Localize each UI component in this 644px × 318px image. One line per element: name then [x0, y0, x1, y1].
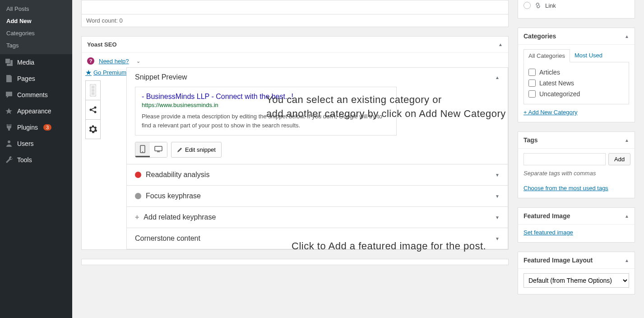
tags-panel-head[interactable]: Tags▲	[518, 132, 635, 149]
format-link-row[interactable]: Link	[524, 2, 629, 12]
media-icon	[5, 58, 14, 67]
tools-icon	[5, 155, 14, 164]
expand-icon: ▼	[495, 194, 500, 199]
desktop-view-button[interactable]	[150, 142, 167, 157]
svg-point-7	[94, 111, 97, 113]
comments-icon	[5, 90, 14, 99]
menu-pages[interactable]: Pages	[0, 70, 72, 87]
menu-media[interactable]: Media	[0, 54, 72, 70]
radio-icon[interactable]	[524, 2, 531, 9]
tab-all-categories[interactable]: All Categories	[524, 49, 570, 62]
plugins-icon	[5, 123, 14, 132]
featured-layout-panel-head[interactable]: Featured Image Layout▲	[518, 252, 635, 269]
svg-point-6	[94, 107, 97, 109]
layout-select[interactable]: Default (from Theme Options)	[524, 273, 629, 288]
category-list: Articles Latest News Uncategorized	[524, 62, 629, 104]
collapse-icon: ▲	[625, 214, 629, 219]
yoast-tab-settings[interactable]	[85, 119, 101, 139]
snippet-preview-head[interactable]: Snippet Preview ▲	[127, 68, 508, 81]
featured-image-panel: Featured Image▲ Set featured image	[518, 207, 635, 243]
word-count: Word count: 0	[81, 14, 509, 27]
collapse-icon: ▲	[498, 42, 503, 47]
tags-input[interactable]	[524, 153, 606, 165]
collapse-icon: ▲	[625, 138, 629, 143]
tags-panel: Tags▲ Add Separate tags with commas Choo…	[518, 131, 635, 198]
focus-keyphrase-section[interactable]: Focus keyphrase ▼	[127, 186, 508, 206]
mobile-view-button[interactable]	[135, 142, 150, 157]
snippet-description: Please provide a meta description by edi…	[142, 112, 390, 130]
status-dot-gray	[135, 193, 141, 199]
menu-comments[interactable]: Comments	[0, 87, 72, 103]
yoast-tab-social[interactable]	[85, 100, 101, 120]
editor-area[interactable]	[81, 0, 509, 14]
featured-layout-panel: Featured Image Layout▲ Default (from The…	[518, 252, 635, 295]
categories-panel-head[interactable]: Categories▲	[518, 28, 635, 45]
star-icon: ★	[85, 68, 92, 77]
yoast-panel: Yoast SEO ▲ ? Need help? ⌄ ★Go Premium	[81, 36, 509, 250]
add-new-category-link[interactable]: + Add New Category	[524, 109, 578, 116]
most-used-tags-link[interactable]: Choose from the most used tags	[524, 185, 608, 192]
posts-submenu: All Posts Add New Categories Tags	[0, 0, 72, 54]
svg-point-3	[92, 89, 94, 92]
edit-snippet-button[interactable]: Edit snippet	[171, 142, 222, 158]
collapse-icon: ▲	[495, 75, 500, 80]
svg-point-4	[92, 92, 94, 95]
category-checkbox-latest-news[interactable]: Latest News	[528, 78, 624, 89]
category-checkbox-articles[interactable]: Articles	[528, 67, 624, 78]
appearance-icon	[5, 107, 14, 116]
menu-users[interactable]: Users	[0, 136, 72, 152]
tab-most-used[interactable]: Most Used	[570, 49, 607, 62]
svg-point-5	[90, 109, 92, 111]
submenu-tags[interactable]: Tags	[0, 39, 72, 51]
add-tag-button[interactable]: Add	[608, 153, 630, 165]
svg-point-2	[92, 86, 94, 89]
yoast-tab-traffic-light[interactable]	[85, 80, 101, 100]
svg-point-9	[142, 151, 143, 152]
readability-section[interactable]: Readability analysis ▼	[127, 164, 508, 185]
svg-rect-10	[155, 146, 162, 151]
chevron-down-icon: ⌄	[136, 58, 140, 64]
plugins-badge: 3	[43, 124, 51, 131]
featured-image-panel-head[interactable]: Featured Image▲	[518, 208, 635, 224]
collapse-icon: ▲	[625, 258, 629, 263]
submenu-categories[interactable]: Categories	[0, 27, 72, 39]
categories-panel: Categories▲ All Categories Most Used Art…	[518, 28, 635, 122]
next-panel	[81, 259, 509, 265]
users-icon	[5, 139, 14, 148]
expand-icon: ▼	[495, 215, 500, 220]
snippet-title: - BusinessMinds LLP - Connect with the b…	[142, 93, 390, 101]
submenu-add-new[interactable]: Add New	[0, 15, 72, 27]
status-dot-red	[135, 172, 141, 178]
yoast-panel-head[interactable]: Yoast SEO ▲	[82, 37, 508, 53]
plus-icon: +	[135, 213, 139, 221]
tags-hint: Separate tags with commas	[524, 170, 629, 177]
go-premium-link[interactable]: ★Go Premium	[82, 67, 126, 80]
menu-plugins[interactable]: Plugins3	[0, 119, 72, 136]
menu-appearance[interactable]: Appearance	[0, 103, 72, 119]
admin-sidebar: All Posts Add New Categories Tags Media …	[0, 0, 72, 318]
category-checkbox-uncategorized[interactable]: Uncategorized	[528, 89, 624, 99]
expand-icon: ▼	[495, 236, 500, 241]
need-help-link[interactable]: Need help?	[99, 58, 129, 65]
snippet-url: https://www.businessminds.in	[142, 102, 390, 108]
submenu-all-posts[interactable]: All Posts	[0, 3, 72, 15]
format-panel: Link	[518, 0, 635, 19]
add-related-keyphrase-section[interactable]: +Add related keyphrase ▼	[127, 207, 508, 228]
link-icon	[534, 2, 542, 9]
pages-icon	[5, 74, 14, 83]
collapse-icon: ▲	[625, 34, 629, 39]
expand-icon: ▼	[495, 173, 500, 178]
cornerstone-section[interactable]: Cornerstone content ▼	[127, 228, 508, 249]
help-icon: ?	[87, 57, 94, 65]
svg-point-0	[8, 140, 10, 143]
snippet-preview: - BusinessMinds LLP - Connect with the b…	[135, 87, 397, 136]
set-featured-image-link[interactable]: Set featured image	[524, 229, 573, 236]
menu-tools[interactable]: Tools	[0, 152, 72, 168]
